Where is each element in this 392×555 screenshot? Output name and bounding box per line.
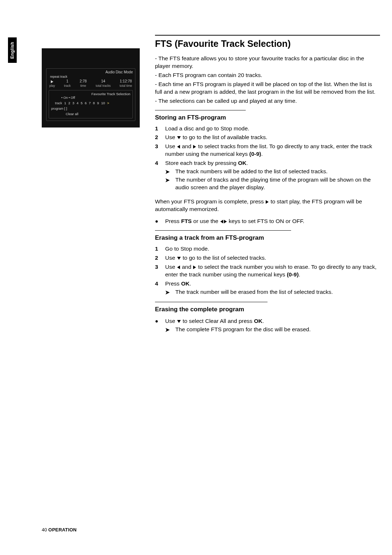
fts-track-row: track 12345678910 > [51, 101, 130, 105]
language-tab: English [8, 37, 17, 63]
intro-line: - Each time an FTS program is played it … [155, 81, 380, 96]
erasing-steps: 1Go to Stop mode. 2Use to go to the list… [155, 245, 380, 297]
rule [155, 110, 246, 110]
status-row: play 1track 2:78time 14total tracks 1:12… [49, 79, 133, 88]
bullet-note: ●Press FTS or use the keys to set FTS to… [155, 218, 380, 225]
fts-clear-all: Clear all [66, 112, 130, 116]
page-footer: 40 OPERATION [42, 527, 77, 532]
down-icon [177, 136, 181, 139]
section-heading: Erasing a track from an FTS-program [155, 234, 380, 242]
storing-steps: 1Load a disc and go to Stop mode. 2Use t… [155, 125, 380, 193]
right-icon [224, 220, 227, 223]
step-text: Use to go to the list of available track… [165, 134, 380, 141]
left-icon [177, 145, 180, 149]
section-heading: Storing an FTS-program [155, 114, 380, 121]
osd-panel: Audio Disc Mode repeat track play 1track… [42, 48, 140, 127]
result-arrow-icon: ➤ [165, 326, 175, 333]
fts-program-row: program [ ] [51, 106, 130, 110]
right-icon [266, 200, 269, 204]
mode-title: Audio Disc Mode [49, 70, 133, 74]
intro-line: - The FTS feature allows you to store yo… [155, 55, 380, 70]
left-icon [177, 266, 180, 269]
repeat-label: repeat track [50, 75, 133, 78]
rule [155, 302, 268, 302]
right-icon [193, 145, 196, 149]
rule [155, 230, 291, 231]
down-icon [177, 320, 181, 323]
right-icon [193, 266, 196, 269]
intro-line: - The selections can be called up and pl… [155, 97, 380, 105]
step-text: Store each track by pressing OK. ➤The tr… [165, 159, 380, 192]
section-heading: Erasing the complete program [155, 306, 380, 313]
intro-line: - Each FTS program can contain 20 tracks… [155, 72, 380, 79]
step-text: Use to go to the list of selected tracks… [165, 254, 380, 262]
down-icon [177, 257, 181, 260]
result-arrow-icon: ➤ [165, 168, 175, 175]
audio-mode-panel: Audio Disc Mode repeat track play 1track… [46, 68, 135, 121]
content-column: FTS (Favourite Track Selection) - The FT… [155, 35, 380, 336]
left-icon [220, 220, 223, 223]
bullet-note: ●Use to select Clear All and press OK. ➤… [155, 317, 380, 334]
result-arrow-icon: ➤ [165, 176, 175, 191]
result-arrow-icon: ➤ [165, 288, 175, 296]
step-text: Use and to select the track number you w… [165, 263, 380, 279]
fts-onoff: • On • Off [61, 96, 130, 100]
page-title: FTS (Favourite Track Selection) [155, 39, 380, 49]
osd-illustration: Audio Disc Mode repeat track play 1track… [42, 48, 140, 127]
play-icon [51, 80, 53, 83]
fts-panel: Favourite Track Selection • On • Off tra… [49, 90, 133, 118]
step-text: Use and to select tracks from the list. … [165, 143, 380, 158]
step-text: Go to Stop mode. [165, 245, 380, 253]
step-text: Press OK. ➤The track number will be eras… [165, 280, 380, 297]
rule [155, 35, 380, 36]
step-text: Load a disc and go to Stop mode. [165, 125, 380, 133]
storing-after: When your FTS program is complete, press… [155, 198, 380, 213]
fts-panel-title: Favourite Track Selection [51, 92, 130, 96]
